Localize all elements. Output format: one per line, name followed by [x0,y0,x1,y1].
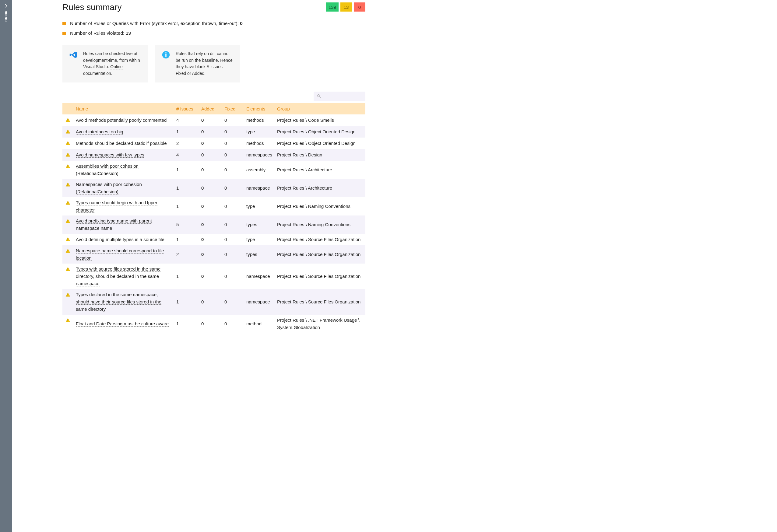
cell-elements: method [244,315,274,333]
summary-errors-label: Number of Rules or Queries with Error (s… [70,21,240,26]
cell-added: 0 [199,264,222,289]
cell-added: 0 [199,161,222,179]
col-header-group[interactable]: Group [274,103,365,114]
rule-name-link[interactable]: Float and Date Parsing must be culture a… [76,321,169,326]
cell-fixed: 0 [222,161,244,179]
cell-group: Project Rules \ Object Oriented Design [274,126,365,138]
rule-name-link[interactable]: Assemblies with poor cohesion (Relationa… [76,163,138,176]
col-header-name[interactable]: Name [73,103,174,114]
rule-name-link[interactable]: Types declared in the same namespace, sh… [76,292,161,312]
table-row: Types declared in the same namespace, sh… [63,289,365,315]
svg-rect-7 [68,131,68,132]
rule-name-link[interactable]: Namespace name should correspond to file… [76,248,164,261]
cell-added: 0 [199,149,222,161]
warning-icon [66,118,70,122]
rule-name-link[interactable]: Avoid prefixing type name with parent na… [76,218,152,231]
cell-issues: 5 [174,216,199,234]
status-badge-error[interactable]: 0 [354,2,365,12]
cell-fixed: 0 [222,289,244,315]
svg-rect-24 [68,252,68,252]
summary-errors: Number of Rules or Queries with Error (s… [63,21,365,26]
svg-rect-21 [68,238,68,240]
svg-rect-22 [68,240,68,241]
summary-violated-label: Number of Rules violated: [70,30,126,36]
cell-issues: 1 [174,315,199,333]
rule-name-link[interactable]: Types name should begin with an Upper ch… [76,200,157,213]
svg-rect-25 [68,268,68,269]
rule-name-link[interactable]: Methods should be declared static if pos… [76,141,167,146]
svg-rect-16 [68,185,68,186]
warning-icon [66,292,70,297]
svg-point-2 [165,52,166,53]
cell-elements: assembly [244,161,274,179]
table-row: Namespace name should correspond to file… [63,245,365,264]
svg-rect-26 [68,270,68,271]
cell-fixed: 0 [222,234,244,245]
cell-group: Project Rules \ Source Files Organizatio… [274,264,365,289]
sidebar-menu-label: menu [4,11,8,22]
rule-name-link[interactable]: Namespaces with poor cohesion (Relationa… [76,182,142,194]
cell-added: 0 [199,245,222,264]
warning-icon [66,201,70,205]
rule-name-link[interactable]: Avoid defining multiple types in a sourc… [76,237,164,242]
warning-icon [66,164,70,168]
cell-fixed: 0 [222,197,244,216]
rule-name-link[interactable]: Avoid methods potentially poorly comment… [76,118,166,123]
svg-rect-19 [68,220,68,221]
cell-elements: methods [244,138,274,149]
svg-rect-20 [68,222,68,223]
col-header-issues[interactable]: # Issues [174,103,199,114]
search-box[interactable] [314,92,365,101]
cell-group: Project Rules \ Source Files Organizatio… [274,234,365,245]
rule-name-link[interactable]: Types with source files stored in the sa… [76,266,160,286]
cell-issues: 1 [174,264,199,289]
svg-rect-28 [68,295,68,296]
cell-elements: types [244,245,274,264]
info-box-text: Rules that rely on diff cannot be run on… [176,50,233,77]
svg-point-3 [318,94,320,97]
search-input[interactable] [324,94,362,99]
svg-rect-14 [68,167,68,168]
cell-fixed: 0 [222,179,244,197]
col-header-added[interactable]: Added [199,103,222,114]
cell-group: Project Rules \ Naming Conventions [274,197,365,216]
warning-icon [66,219,70,223]
svg-rect-9 [68,142,68,143]
status-badge-passed[interactable]: 139 [326,2,339,12]
status-badge-violated[interactable]: 13 [340,2,352,12]
col-header-fixed[interactable]: Fixed [222,103,244,114]
cell-group: Project Rules \ Architecture [274,161,365,179]
cell-elements: namespace [244,289,274,315]
cell-issues: 2 [174,245,199,264]
cell-group: Project Rules \ Source Files Organizatio… [274,289,365,315]
search-icon [317,94,321,99]
svg-rect-5 [68,119,68,120]
svg-rect-23 [68,250,68,251]
summary-violated: Number of Rules violated: 13 [63,30,365,36]
warning-icon [66,318,70,322]
cell-issues: 1 [174,234,199,245]
cell-fixed: 0 [222,216,244,234]
rule-name-link[interactable]: Avoid namespaces with few types [76,152,144,158]
summary-errors-count: 0 [240,21,243,26]
table-row: Avoid defining multiple types in a sourc… [63,234,365,245]
cell-group: Project Rules \ Object Oriented Design [274,138,365,149]
svg-rect-13 [68,165,68,166]
rule-name-link[interactable]: Avoid interfaces too big [76,129,123,135]
warning-icon [66,267,70,271]
cell-added: 0 [199,289,222,315]
cell-fixed: 0 [222,264,244,289]
cell-group: Project Rules \ .NET Framework Usage \ S… [274,315,365,333]
cell-issues: 1 [174,126,199,138]
cell-group: Project Rules \ Design [274,149,365,161]
table-row: Namespaces with poor cohesion (Relationa… [63,179,365,197]
summary-violated-count: 13 [126,30,131,36]
col-header-elements[interactable]: Elements [244,103,274,114]
svg-rect-29 [68,319,68,320]
rules-table: Name # Issues Added Fixed Elements Group… [63,103,365,333]
cell-elements: methods [244,114,274,126]
sidebar-menu-toggle[interactable]: menu [0,0,12,345]
svg-rect-8 [68,132,68,133]
info-icon [162,50,170,59]
cell-added: 0 [199,197,222,216]
